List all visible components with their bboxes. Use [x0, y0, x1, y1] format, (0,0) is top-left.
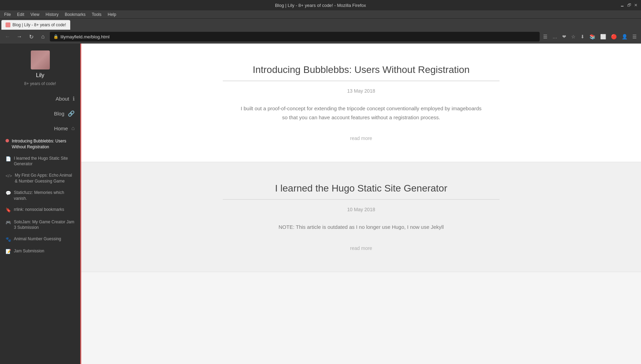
maximize-icon[interactable]: 🗗 [627, 3, 631, 8]
back-button[interactable]: ← [3, 32, 12, 41]
article-date-bubblebbs: 13 May 2018 [347, 88, 375, 94]
sidebar-post-label-animal: Animal Number Guessing [14, 236, 61, 242]
sidebar-post-staticfuzz[interactable]: 💬 Staticfuzz: Memories which vanish. [0, 187, 80, 204]
menu-view[interactable]: View [28, 11, 42, 18]
info-icon: ℹ [73, 95, 75, 102]
sidebar-label-about: About [56, 96, 69, 102]
sidebar-item-about[interactable]: About ℹ [0, 91, 80, 106]
address-bar-wrap: 🔒 [50, 32, 540, 41]
sidebar-post-hugo[interactable]: 📄 I learned the Hugo Static Site Generat… [0, 153, 80, 170]
page-wrap: Lily 8+ years of code! About ℹ Blog 🔗 Ho… [0, 44, 641, 364]
sidebar-post-label-hugo: I learned the Hugo Static Site Generator [14, 156, 75, 167]
article-date-hugo: 10 May 2018 [347, 207, 375, 212]
pocket-icon[interactable]: ❤ [561, 32, 568, 41]
menu-file[interactable]: File [1, 11, 13, 18]
sidebar-post-rrlink[interactable]: 🔖 rrlink: nonsocial bookmarks [0, 204, 80, 216]
active-tab[interactable]: Blog | Lily - 8+ years of code! [1, 20, 70, 30]
sidebar-post-label-rrlink: rrlink: nonsocial bookmarks [14, 207, 64, 213]
doc-icon: 📄 [6, 156, 11, 162]
browser-toolbar: ← → ↻ ⌂ 🔒 ☰ … ❤ ☆ ⬇ 📚 ⬜ 🔴 👤 ☰ [0, 30, 641, 44]
chat-icon: 💬 [6, 190, 11, 196]
reload-button[interactable]: ↻ [26, 32, 36, 41]
tab-bar: Blog | Lily - 8+ years of code! [0, 19, 641, 30]
menu-history[interactable]: History [43, 11, 61, 18]
window-title: Blog | Lily - 8+ years of code! - Mozill… [275, 3, 366, 8]
read-more-hugo[interactable]: read more [350, 245, 372, 251]
menu-tools[interactable]: Tools [89, 11, 104, 18]
game-icon: 🎮 [6, 220, 11, 226]
sidebar-profile: Lily 8+ years of code! [0, 44, 80, 91]
sidebar-post-animal[interactable]: 🐾 Animal Number Guessing [0, 233, 80, 245]
bookmark-icon: 🔖 [6, 207, 11, 213]
sidebar-post-label-goapp: My First Go Apps: Echo Animal & Number G… [15, 172, 75, 184]
sidebar: Lily 8+ years of code! About ℹ Blog 🔗 Ho… [0, 44, 81, 364]
window-controls: 🗕 🗗 ✕ [620, 3, 638, 8]
sidebar-post-goapp[interactable]: </> My First Go Apps: Echo Animal & Numb… [0, 170, 80, 187]
avatar-image [31, 50, 50, 69]
home-icon: ⌂ [71, 125, 75, 131]
article-hugo: I learned the Hugo Static Site Generator… [81, 162, 641, 272]
download-icon[interactable]: ⬇ [579, 32, 586, 41]
article-title-bubblebbs: Introducing Bubblebbs: Users Without Reg… [223, 64, 500, 81]
lock-icon: 🔒 [53, 34, 58, 39]
article-title-hugo: I learned the Hugo Static Site Generator [223, 183, 500, 200]
more-icon[interactable]: … [551, 32, 559, 41]
sidebar-post-label-jam: Jam Submission [14, 248, 44, 254]
menu-help[interactable]: Help [105, 11, 119, 18]
avatar [31, 50, 50, 69]
sidebar-navigation: About ℹ Blog 🔗 Home ⌂ [0, 91, 80, 136]
read-more-bubblebbs[interactable]: read more [350, 136, 372, 141]
paw-icon: 🐾 [6, 236, 11, 243]
reader-view-icon[interactable]: ☰ [542, 32, 549, 41]
sidebar-username: Lily [36, 72, 44, 78]
tab-title: Blog | Lily - 8+ years of code! [12, 22, 66, 27]
sidebar-subtitle: 8+ years of code! [24, 81, 56, 86]
browser-titlebar: Blog | Lily - 8+ years of code! - Mozill… [0, 0, 641, 10]
active-dot-icon [6, 139, 9, 142]
sidebar-post-bubblebbs[interactable]: Introducing Bubblebbs: Users Without Reg… [0, 136, 80, 153]
container-icon[interactable]: 🔴 [610, 32, 618, 41]
sidebar-label-home: Home [54, 125, 68, 131]
open-menu-icon[interactable]: ☰ [631, 32, 638, 41]
sidebar-label-blog: Blog [54, 111, 64, 116]
address-input[interactable] [61, 34, 536, 39]
main-content: Introducing Bubblebbs: Users Without Reg… [81, 44, 641, 364]
close-icon[interactable]: ✕ [634, 3, 638, 8]
article-bubblebbs: Introducing Bubblebbs: Users Without Reg… [81, 44, 641, 162]
sidebar-post-label-staticfuzz: Staticfuzz: Memories which vanish. [14, 190, 75, 202]
menu-bookmarks[interactable]: Bookmarks [62, 11, 88, 18]
profile-icon[interactable]: 👤 [620, 32, 629, 41]
code-icon: </> [6, 173, 12, 179]
toolbar-right: ☰ … ❤ ☆ ⬇ 📚 ⬜ 🔴 👤 ☰ [542, 32, 638, 41]
sidebar-item-blog[interactable]: Blog 🔗 [0, 106, 80, 121]
article-excerpt-hugo: NOTE: This article is outdated as I no l… [278, 223, 443, 232]
sidebar-post-label-solojam: SoloJam: My Game Creator Jam 3 Submissio… [14, 219, 75, 231]
notes-icon: 📝 [6, 249, 11, 255]
forward-button[interactable]: → [15, 32, 24, 41]
library-icon[interactable]: 📚 [588, 32, 597, 41]
sidebar-post-label-bubblebbs: Introducing Bubblebbs: Users Without Reg… [12, 138, 75, 150]
sidebar-post-jam[interactable]: 📝 Jam Submission [0, 245, 80, 258]
synced-tabs-icon[interactable]: ⬜ [599, 32, 607, 41]
sidebar-post-solojam[interactable]: 🎮 SoloJam: My Game Creator Jam 3 Submiss… [0, 216, 80, 234]
bookmark-star-icon[interactable]: ☆ [570, 32, 577, 41]
menu-edit[interactable]: Edit [14, 11, 27, 18]
link-icon: 🔗 [68, 110, 75, 117]
home-button[interactable]: ⌂ [38, 32, 48, 41]
tab-favicon [6, 22, 10, 27]
menubar: File Edit View History Bookmarks Tools H… [0, 10, 641, 19]
article-excerpt-bubblebbs: I built out a proof-of-concept for exten… [240, 104, 482, 122]
minimize-icon[interactable]: 🗕 [620, 3, 624, 8]
sidebar-item-home[interactable]: Home ⌂ [0, 121, 80, 136]
